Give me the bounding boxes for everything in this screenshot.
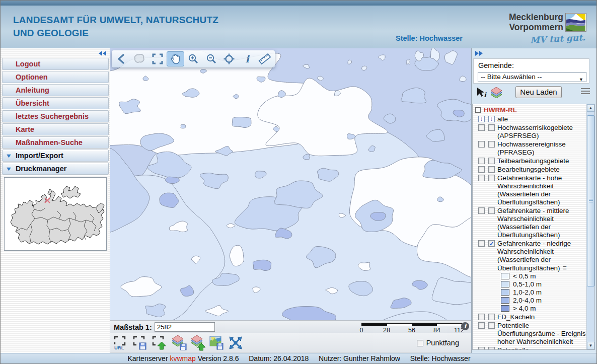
layer-row: Gefahrenkarte - mittlere Wahrscheinlichk… <box>473 207 586 239</box>
layer-checkbox-visible[interactable] <box>488 158 495 164</box>
layer-tree: − HWRM-RL ↓ ↓ alle Hochwasserrisikogebie… <box>472 104 595 350</box>
map-canvas[interactable]: i <box>110 48 471 320</box>
scale-input[interactable] <box>155 322 215 332</box>
scale-info-icon[interactable]: i <box>461 322 469 330</box>
svg-text:i: i <box>484 91 487 98</box>
layer-checkbox-visible[interactable] <box>488 322 495 329</box>
zoom-in-button[interactable] <box>184 51 202 66</box>
title-line1: LANDESAMT FÜR UMWELT, NATURSCHUTZ <box>13 14 218 27</box>
layer-checkbox-visible[interactable]: ✓ <box>488 240 495 247</box>
sidebar-item-anleitung[interactable]: Anleitung <box>2 84 109 96</box>
layer-checkbox-edit[interactable] <box>478 166 485 173</box>
legend-swatch <box>501 273 509 279</box>
layer-checkbox-visible[interactable] <box>488 347 495 350</box>
gemeinde-select[interactable]: -- Bitte Auswählen -- ▼ <box>478 72 586 82</box>
layer-row: Potentielle Überflutungsräume - Ereignis <box>473 346 586 350</box>
center-button[interactable] <box>220 51 238 66</box>
save-extent-button[interactable] <box>132 335 148 351</box>
status-datum: Datum: 26.04.2018 <box>249 354 309 362</box>
collapse-right-icon[interactable] <box>475 50 484 56</box>
legend-swatch <box>501 297 509 304</box>
upload-extent-button[interactable] <box>151 335 167 351</box>
layer-checkbox-visible[interactable] <box>488 124 495 131</box>
scalebar-tick: 84 <box>433 327 440 334</box>
layer-label: Hochwasserereignisse (PFRASEG) <box>497 140 566 156</box>
layer-checkbox-edit[interactable] <box>478 141 485 148</box>
legend-label: < 0,5 m <box>513 272 536 280</box>
collapse-left-icon[interactable] <box>98 50 107 56</box>
layer-checkbox-edit[interactable] <box>478 158 485 164</box>
right-sidebar: Gemeinde: -- Bitte Auswählen -- ▼ i Neu … <box>471 48 597 353</box>
zoom-out-button[interactable] <box>202 51 220 66</box>
check-all-1-button[interactable]: ↓ <box>478 116 485 122</box>
layer-row: Potentielle Überflutungsräume - Ereignis… <box>473 322 586 346</box>
layer-row: Hochwasserereignisse (PFRASEG) <box>473 140 586 157</box>
layers-tool-icon[interactable] <box>490 87 503 98</box>
layer-checkbox-edit[interactable] <box>478 124 485 131</box>
layer-checkbox-edit[interactable] <box>478 322 485 329</box>
sidebar-item-logout[interactable]: Logout <box>2 58 109 70</box>
left-sidebar: LogoutOptionenAnleitungÜbersichtletztes … <box>1 48 110 353</box>
overview-map[interactable] <box>4 177 107 251</box>
layer-menu-icon[interactable]: ≡ <box>563 264 567 272</box>
layer-row: Hochwasserrisikogebiete (APSFRSEG) <box>473 124 586 140</box>
sidebar-item-label: Übersicht <box>16 99 49 107</box>
measure-button[interactable] <box>256 51 274 66</box>
reload-button[interactable]: Neu Laden <box>515 86 562 98</box>
zoom-extent-button[interactable] <box>228 335 244 351</box>
brand-slogan: MV tut gut. <box>530 32 586 45</box>
layer-checkbox-visible[interactable] <box>488 314 495 320</box>
layer-label: Gefahrenkarte - hohe Wahrscheinlichkeit … <box>497 174 562 206</box>
sidebar-item-ma-nahmen-suche[interactable]: Maßnahmen-Suche <box>2 136 109 149</box>
sidebar-item-optionen[interactable]: Optionen <box>2 71 109 83</box>
back-button[interactable] <box>113 51 131 66</box>
sidebar-item--bersicht[interactable]: Übersicht <box>2 97 109 109</box>
scroll-up-icon[interactable]: ▲ <box>587 104 594 112</box>
scalebar-tick: 28 <box>383 327 390 334</box>
page-title: LANDESAMT FÜR UMWELT, NATURSCHUTZ UND GE… <box>13 14 218 40</box>
status-nutzer: Nutzer: Gunther Rahmlow <box>319 354 400 362</box>
upload-layers-button[interactable] <box>189 335 205 351</box>
tree-scrollbar[interactable]: ▲ ▼ <box>586 104 594 349</box>
check-all-2-button[interactable]: ↓ <box>488 116 495 122</box>
polygon-select-button[interactable] <box>131 51 149 66</box>
layer-checkbox-edit[interactable] <box>478 314 485 320</box>
scrollbar-thumb[interactable] <box>587 115 594 286</box>
status-version: Version 2.8.6 <box>198 354 239 362</box>
sidebar-item-label: Logout <box>16 60 40 68</box>
legend-swatch <box>501 289 509 296</box>
sidebar-item-label: letztes Suchergebnis <box>16 112 89 120</box>
punktfang-checkbox[interactable] <box>417 340 423 346</box>
layer-checkbox-edit[interactable] <box>478 347 485 350</box>
brand-name: Mecklenburg Vorpommern <box>509 12 563 32</box>
layer-checkbox-visible[interactable] <box>488 141 495 148</box>
layer-label: Hochwasserrisikogebiete (APSFRSEG) <box>497 124 573 139</box>
panel-menu-icon[interactable] <box>581 88 590 95</box>
layer-checkbox-visible[interactable] <box>488 175 495 181</box>
layer-checkbox-visible[interactable] <box>488 166 495 173</box>
layer-row: Teilbearbeitungsgebiete <box>473 157 586 165</box>
layer-checkbox-visible[interactable] <box>488 207 495 214</box>
sidebar-group-druckmanager[interactable]: ▼Druckmanager <box>2 163 109 175</box>
info-button[interactable]: i <box>238 51 256 66</box>
sidebar-group-import-export[interactable]: ▼Import/Export <box>2 150 109 162</box>
collapse-node-icon[interactable]: − <box>475 107 481 113</box>
url-export-button[interactable]: URL <box>113 335 129 351</box>
save-layers-button[interactable] <box>170 335 186 351</box>
chevron-down-icon: ▼ <box>5 166 12 172</box>
layer-checkbox-edit[interactable] <box>478 240 485 247</box>
sidebar-item-karte[interactable]: Karte <box>2 123 109 135</box>
pan-button[interactable] <box>167 51 185 66</box>
scalebar: 0285684112 m <box>361 322 461 332</box>
legend-swatch <box>501 305 509 312</box>
layer-row: Bearbeitungsgebiete <box>473 166 586 174</box>
sidebar-item-label: Maßnahmen-Suche <box>16 138 83 147</box>
scroll-down-icon[interactable]: ▼ <box>587 342 594 349</box>
layer-checkbox-edit[interactable] <box>478 175 485 181</box>
layer-checkbox-edit[interactable] <box>478 207 485 214</box>
full-extent-button[interactable] <box>148 51 167 66</box>
sidebar-item-letztes-suchergebnis[interactable]: letztes Suchergebnis <box>2 110 109 122</box>
save-image-button[interactable] <box>208 335 225 351</box>
identify-tool-icon[interactable]: i <box>476 87 487 98</box>
gemeinde-label: Gemeinde: <box>478 61 514 69</box>
